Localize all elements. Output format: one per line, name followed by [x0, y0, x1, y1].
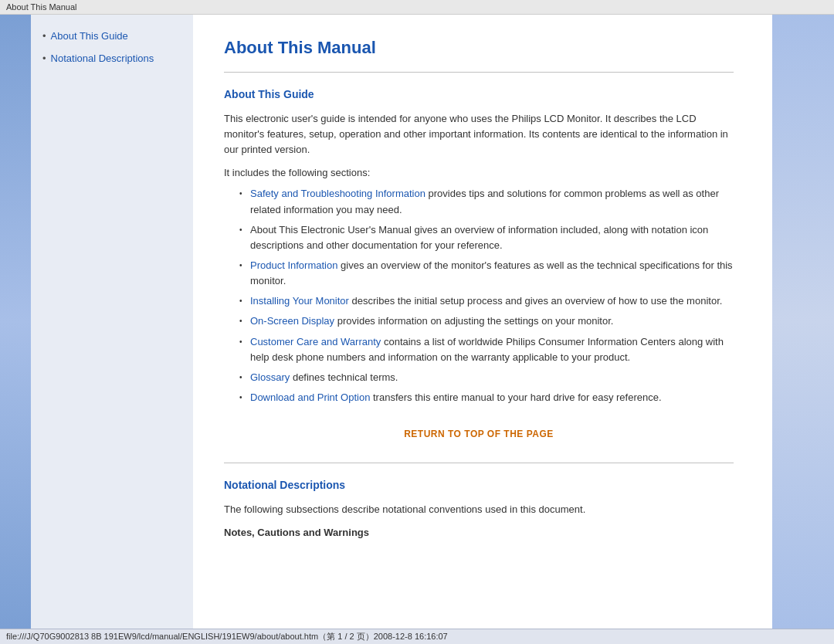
return-to-top-link[interactable]: RETURN TO TOP OF THE PAGE — [404, 429, 554, 439]
list-item: Installing Your Monitor describes the in… — [239, 293, 734, 309]
safety-link[interactable]: Safety and Troubleshooting Information — [250, 188, 425, 199]
list-item: Glossary defines technical terms. — [239, 370, 734, 385]
list-item: Customer Care and Warranty contains a li… — [239, 334, 734, 365]
glossary-link[interactable]: Glossary — [250, 371, 290, 383]
bullet-text-7: defines technical terms. — [290, 371, 398, 383]
bullet-list: Safety and Troubleshooting Information p… — [239, 186, 734, 405]
sidebar-item-notational[interactable]: Notational Descriptions — [42, 53, 181, 66]
notational-heading: Notational Descriptions — [224, 479, 734, 491]
list-item: About This Electronic User's Manual give… — [239, 222, 734, 253]
osd-link[interactable]: On-Screen Display — [250, 315, 334, 327]
return-to-top: RETURN TO TOP OF THE PAGE — [224, 429, 734, 439]
sidebar-item-about-guide[interactable]: About This Guide — [42, 30, 181, 43]
includes-text: It includes the following sections: — [224, 167, 734, 178]
bullet-text-4: describes the initial setup process and … — [349, 295, 722, 307]
warranty-link[interactable]: Customer Care and Warranty — [250, 336, 381, 347]
bullet-text-2: About This Electronic User's Manual give… — [250, 224, 708, 251]
download-link[interactable]: Download and Print Option — [250, 391, 370, 403]
bullet-text-8: transfers this entire manual to your har… — [370, 391, 661, 403]
list-item: On-Screen Display provides information o… — [239, 314, 734, 329]
about-guide-heading: About This Guide — [224, 88, 734, 100]
notational-intro: The following subsections describe notat… — [224, 502, 734, 517]
section-divider-bottom — [224, 463, 734, 463]
notes-cautions-heading: Notes, Cautions and Warnings — [224, 527, 734, 538]
product-info-link[interactable]: Product Information — [250, 259, 337, 271]
bullet-text-5: provides information on adjusting the se… — [334, 315, 613, 327]
title-bar-text: About This Manual — [6, 2, 77, 12]
main-layout: About This Guide Notational Descriptions… — [0, 15, 834, 629]
status-bar-text: file:///J/Q70G9002813 8B 191EW9/lcd/manu… — [6, 632, 448, 641]
list-item: Safety and Troubleshooting Information p… — [239, 186, 734, 217]
sidebar-link-notational[interactable]: Notational Descriptions — [51, 53, 154, 66]
sidebar: About This Guide Notational Descriptions — [31, 15, 193, 629]
right-accent-bar — [772, 15, 834, 629]
title-bar: About This Manual — [0, 0, 834, 15]
left-accent-bar — [0, 15, 31, 629]
list-item: Download and Print Option transfers this… — [239, 390, 734, 405]
intro-paragraph: This electronic user's guide is intended… — [224, 111, 734, 158]
content-area: About This Manual About This Guide This … — [193, 15, 772, 629]
status-bar: file:///J/Q70G9002813 8B 191EW9/lcd/manu… — [0, 629, 834, 644]
page-title: About This Manual — [224, 38, 734, 58]
installing-link[interactable]: Installing Your Monitor — [250, 295, 349, 307]
list-item: Product Information gives an overview of… — [239, 258, 734, 289]
sidebar-nav: About This Guide Notational Descriptions — [42, 30, 181, 66]
sidebar-link-about-guide[interactable]: About This Guide — [51, 30, 128, 43]
top-divider — [224, 72, 734, 73]
content-inner: About This Manual About This Guide This … — [193, 15, 772, 629]
